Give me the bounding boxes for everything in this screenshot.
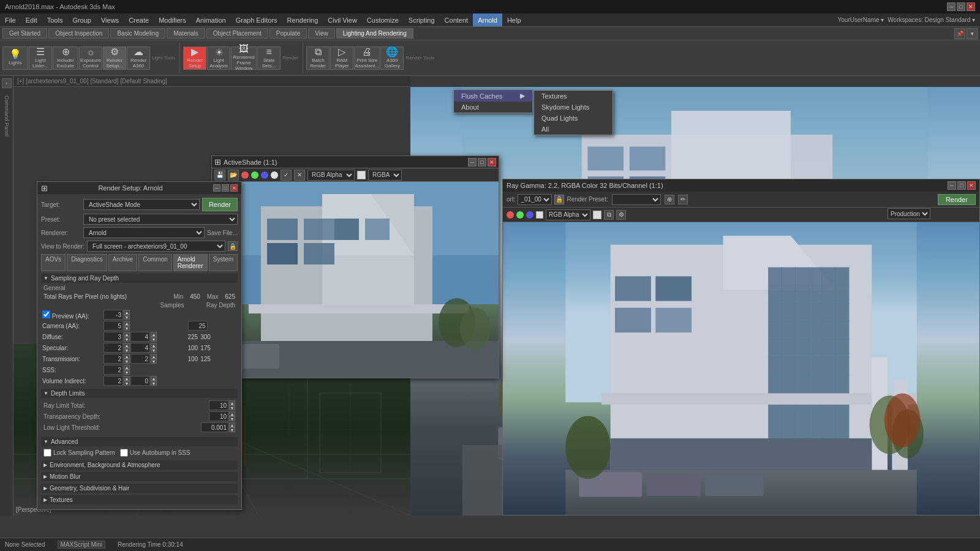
print-size-btn[interactable]: 🖨 Print Size Assistant... xyxy=(354,47,380,70)
spinner-down[interactable]: ▼ xyxy=(229,405,235,410)
sss-input[interactable] xyxy=(104,365,123,375)
spinner-down[interactable]: ▼ xyxy=(124,359,130,364)
preset-icon2[interactable]: ✏ xyxy=(678,195,688,204)
tab-get-started[interactable]: Get Started xyxy=(2,28,47,39)
menu-graph-editors[interactable]: Graph Editors xyxy=(231,13,282,26)
panel-minimize[interactable]: ─ xyxy=(213,184,221,192)
spinner-down[interactable]: ▼ xyxy=(151,337,157,342)
activeshade-restore[interactable]: □ xyxy=(478,158,486,167)
sort-select[interactable]: _01_00 xyxy=(518,194,552,205)
light-lister-btn[interactable]: ☰ Light Lister... xyxy=(29,47,52,70)
menu-tools[interactable]: Tools xyxy=(42,13,68,26)
spinner-up[interactable]: ▲ xyxy=(151,354,157,359)
lock-icon[interactable]: 🔒 xyxy=(554,195,564,204)
transmission-s2-input[interactable] xyxy=(130,354,150,364)
specular-s1-spinner[interactable]: ▲ ▼ xyxy=(124,343,130,353)
toolbar-pin-btn[interactable]: 📌 xyxy=(954,28,965,39)
open-icon-btn[interactable]: 📂 xyxy=(228,170,239,181)
preview-spinner[interactable]: ▲ ▼ xyxy=(124,310,130,320)
target-select[interactable]: ActiveShade Mode xyxy=(83,199,200,210)
volume-s1-input[interactable] xyxy=(104,376,123,386)
tab-lighting-rendering[interactable]: Lighting And Rendering xyxy=(336,28,413,39)
render-output-controls[interactable]: ─ □ ✕ xyxy=(948,181,976,190)
advanced-section-header[interactable]: ▼ Advanced xyxy=(41,437,238,446)
specular-s2-spinner[interactable]: ▲ ▼ xyxy=(151,343,157,353)
menu-help[interactable]: Help xyxy=(502,13,526,26)
camera-depth-input[interactable] xyxy=(188,321,208,331)
menu-civil-view[interactable]: Civil View xyxy=(323,13,361,26)
sidebar-arrow[interactable]: › xyxy=(2,78,12,88)
channel-select[interactable]: RGBA xyxy=(368,170,402,181)
all-item[interactable]: All xyxy=(534,124,612,135)
sss-spinner[interactable]: ▲ ▼ xyxy=(124,365,130,375)
render-button[interactable]: Render xyxy=(202,198,238,211)
autobump-label[interactable]: Use Autobump in SSS xyxy=(120,449,190,457)
light-analysis-btn[interactable]: ☀ Light Analysis xyxy=(207,47,230,70)
diffuse-s2-input[interactable] xyxy=(130,332,150,342)
menu-customize[interactable]: Customize xyxy=(362,13,404,26)
quad-lights-item[interactable]: Quad Lights xyxy=(534,113,612,124)
spinner-down[interactable]: ▼ xyxy=(124,337,130,342)
spinner-down[interactable]: ▼ xyxy=(151,381,157,386)
specular-s1-input[interactable] xyxy=(104,343,123,353)
menu-rendering[interactable]: Rendering xyxy=(282,13,323,26)
spinner-down[interactable]: ▼ xyxy=(229,427,235,432)
activeshade-close[interactable]: ✕ xyxy=(488,158,496,167)
activeshade-controls[interactable]: ─ □ ✕ xyxy=(468,158,496,167)
render-btn[interactable]: ▶ Render Setup xyxy=(183,47,206,70)
motion-blur-header[interactable]: ▶ Motion Blur xyxy=(41,472,238,481)
save-file-btn[interactable]: Save File... xyxy=(207,230,238,236)
render-output-close[interactable]: ✕ xyxy=(967,181,976,190)
preset-icon1[interactable]: ⊕ xyxy=(665,195,674,204)
ray-limit-spinner[interactable]: ▲ ▼ xyxy=(229,400,235,410)
camera-spinner[interactable]: ▲ ▼ xyxy=(124,321,130,331)
alpha-channel-btn[interactable] xyxy=(271,171,278,179)
render-output-maximize[interactable]: □ xyxy=(957,181,966,190)
panel-maximize[interactable]: □ xyxy=(222,184,229,192)
swatch-btn-ro[interactable] xyxy=(593,211,601,219)
lock-btn[interactable]: 🔒 xyxy=(228,241,238,251)
color-mode-select-ro[interactable]: RGB Alpha xyxy=(546,209,590,220)
volume-s1-spinner[interactable]: ▲ ▼ xyxy=(124,376,130,386)
menu-group[interactable]: Group xyxy=(67,13,96,26)
flush-caches-item[interactable]: Flush Caches ▶ xyxy=(454,90,532,102)
maxscript-label[interactable]: MAXScript Mini xyxy=(58,541,105,549)
a360-gallery-btn[interactable]: 🌐 A360 Gallery xyxy=(380,47,404,70)
x-btn[interactable]: ✕ xyxy=(294,170,305,181)
textures-item[interactable]: Textures xyxy=(534,91,612,102)
transmission-s1-spinner[interactable]: ▲ ▼ xyxy=(124,354,130,364)
tab-populate[interactable]: Populate xyxy=(270,28,307,39)
spinner-down[interactable]: ▼ xyxy=(151,348,157,353)
spinner-up[interactable]: ▲ xyxy=(124,310,130,315)
settings-btn[interactable]: ⚙ xyxy=(616,210,626,220)
spinner-up[interactable]: ▲ xyxy=(124,365,130,370)
white-ch-btn[interactable] xyxy=(536,211,543,219)
menu-scripting[interactable]: Scripting xyxy=(404,13,440,26)
depth-section-header[interactable]: ▼ Depth Limits xyxy=(41,389,238,398)
batch-render-btn[interactable]: ⧉ Batch Render xyxy=(306,47,330,70)
tab-object-inspection[interactable]: Object Inspection xyxy=(48,28,109,39)
transparency-input[interactable] xyxy=(209,411,228,421)
tab-common[interactable]: Common xyxy=(138,254,172,271)
panel-close[interactable]: ✕ xyxy=(230,184,238,192)
camera-aa-input[interactable] xyxy=(104,321,123,331)
spinner-down[interactable]: ▼ xyxy=(124,315,130,320)
spinner-down[interactable]: ▼ xyxy=(151,359,157,364)
tab-system[interactable]: System xyxy=(209,254,238,271)
transmission-s1-input[interactable] xyxy=(104,354,123,364)
ram-player-btn[interactable]: ▷ RAM Player xyxy=(330,47,353,70)
tab-view[interactable]: View xyxy=(308,28,335,39)
spinner-down[interactable]: ▼ xyxy=(124,348,130,353)
menu-content[interactable]: Content xyxy=(440,13,473,26)
specular-s2-input[interactable] xyxy=(130,343,150,353)
preview-checkbox[interactable] xyxy=(42,310,50,318)
production-select[interactable]: Production xyxy=(888,208,930,219)
spinner-up[interactable]: ▲ xyxy=(229,411,235,416)
lock-sampling-checkbox[interactable] xyxy=(43,449,51,457)
blue-channel-btn[interactable] xyxy=(261,171,268,179)
diffuse-s2-spinner[interactable]: ▲ ▼ xyxy=(151,332,157,342)
spinner-up[interactable]: ▲ xyxy=(151,332,157,337)
preset-select[interactable]: No preset selected xyxy=(83,214,238,225)
tab-object-placement[interactable]: Object Placement xyxy=(206,28,268,39)
spinner-up[interactable]: ▲ xyxy=(151,343,157,348)
